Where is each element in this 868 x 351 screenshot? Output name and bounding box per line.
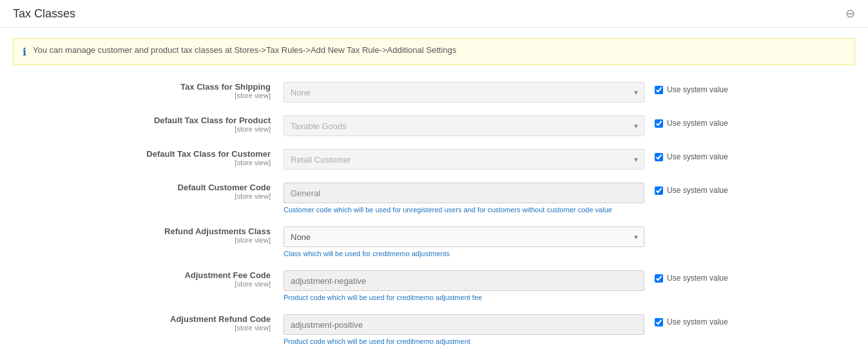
label-col-product: Default Tax Class for Product [store vie… [13, 115, 284, 133]
system-value-checkbox-customer-code[interactable] [655, 186, 663, 195]
sublabel-refund-code: [store view] [13, 324, 271, 332]
info-banner-text: You can manage customer and product tax … [33, 45, 456, 55]
system-value-checkbox-customer[interactable] [655, 153, 663, 161]
input-col-customer-code: Customer code which will be used for unr… [284, 183, 644, 214]
hint-customer-code: Customer code which will be used for unr… [284, 206, 644, 214]
label-fee-code: Adjustment Fee Code [184, 270, 271, 280]
system-value-label-fee-code[interactable]: Use system value [667, 274, 728, 283]
input-customer-code[interactable] [284, 183, 644, 203]
label-col-refund-code: Adjustment Refund Code [store view] [13, 314, 284, 332]
page-header: Tax Classes ⊖ [0, 0, 868, 28]
input-refund-code[interactable] [284, 314, 644, 335]
system-value-label-customer[interactable]: Use system value [667, 152, 728, 161]
form-row-shipping: Tax Class for Shipping [store view] None… [13, 82, 855, 103]
sublabel-fee-code: [store view] [13, 280, 271, 288]
system-value-col-product: Use system value [644, 115, 747, 128]
system-value-checkbox-refund-code[interactable] [655, 318, 663, 326]
form-row-refund-code: Adjustment Refund Code [store view] Prod… [13, 314, 855, 345]
input-col-refund-class: None ▼ Class which will be used for cred… [284, 226, 644, 257]
input-col-refund-code: Product code which will be used for cred… [284, 314, 644, 345]
form-row-customer: Default Tax Class for Customer [store vi… [13, 149, 855, 170]
sublabel-customer: [store view] [13, 159, 271, 166]
system-value-label-refund-code[interactable]: Use system value [667, 317, 728, 326]
select-customer[interactable]: Retail Customer [284, 149, 644, 170]
page-title: Tax Classes [13, 7, 75, 21]
input-col-product: Taxable Goods ▼ [284, 115, 644, 136]
form-row-customer-code: Default Customer Code [store view] Custo… [13, 183, 855, 214]
select-product[interactable]: Taxable Goods [284, 115, 644, 136]
input-fee-code[interactable] [284, 270, 644, 291]
label-col-fee-code: Adjustment Fee Code [store view] [13, 270, 284, 288]
hint-refund-class: Class which will be used for creditmemo … [284, 250, 644, 257]
select-wrapper-shipping: None ▼ [284, 82, 644, 103]
system-value-col-shipping: Use system value [644, 82, 747, 94]
label-refund-class: Refund Adjustments Class [164, 226, 271, 236]
label-customer: Default Tax Class for Customer [146, 149, 271, 159]
system-value-col-customer-code: Use system value [644, 183, 747, 195]
form-row-refund-class: Refund Adjustments Class [store view] No… [13, 226, 855, 257]
label-product: Default Tax Class for Product [154, 115, 271, 125]
sublabel-refund-class: [store view] [13, 236, 271, 244]
system-value-checkbox-fee-code[interactable] [655, 274, 663, 283]
input-col-customer: Retail Customer ▼ [284, 149, 644, 170]
input-col-fee-code: Product code which will be used for cred… [284, 270, 644, 301]
label-col-customer-code: Default Customer Code [store view] [13, 183, 284, 200]
page-wrapper: Tax Classes ⊖ ℹ You can manage customer … [0, 0, 868, 351]
sublabel-product: [store view] [13, 125, 271, 133]
system-value-checkbox-product[interactable] [655, 119, 663, 128]
form-section: Tax Class for Shipping [store view] None… [0, 75, 868, 351]
info-banner: ℹ You can manage customer and product ta… [13, 38, 855, 65]
select-refund-class[interactable]: None [284, 226, 644, 247]
system-value-label-customer-code[interactable]: Use system value [667, 186, 728, 195]
system-value-label-product[interactable]: Use system value [667, 119, 728, 128]
system-value-col-refund-code: Use system value [644, 314, 747, 326]
label-shipping: Tax Class for Shipping [180, 82, 271, 92]
select-wrapper-customer: Retail Customer ▼ [284, 149, 644, 170]
system-value-col-fee-code: Use system value [644, 270, 747, 283]
label-col-customer: Default Tax Class for Customer [store vi… [13, 149, 284, 166]
sublabel-customer-code: [store view] [13, 192, 271, 200]
form-row-fee-code: Adjustment Fee Code [store view] Product… [13, 270, 855, 301]
form-row-product: Default Tax Class for Product [store vie… [13, 115, 855, 136]
collapse-icon[interactable]: ⊖ [845, 6, 855, 21]
select-wrapper-product: Taxable Goods ▼ [284, 115, 644, 136]
label-refund-code: Adjustment Refund Code [170, 314, 271, 324]
info-icon: ℹ [23, 46, 26, 58]
system-value-col-customer: Use system value [644, 149, 747, 161]
label-col-shipping: Tax Class for Shipping [store view] [13, 82, 284, 99]
label-customer-code: Default Customer Code [178, 183, 271, 192]
system-value-label-shipping[interactable]: Use system value [667, 85, 728, 94]
system-value-checkbox-shipping[interactable] [655, 86, 663, 94]
sublabel-shipping: [store view] [13, 92, 271, 99]
input-col-shipping: None ▼ [284, 82, 644, 103]
select-shipping[interactable]: None [284, 82, 644, 103]
label-col-refund-class: Refund Adjustments Class [store view] [13, 226, 284, 244]
hint-fee-code: Product code which will be used for cred… [284, 294, 644, 301]
hint-refund-code: Product code which will be used for cred… [284, 337, 644, 345]
select-wrapper-refund-class: None ▼ [284, 226, 644, 247]
